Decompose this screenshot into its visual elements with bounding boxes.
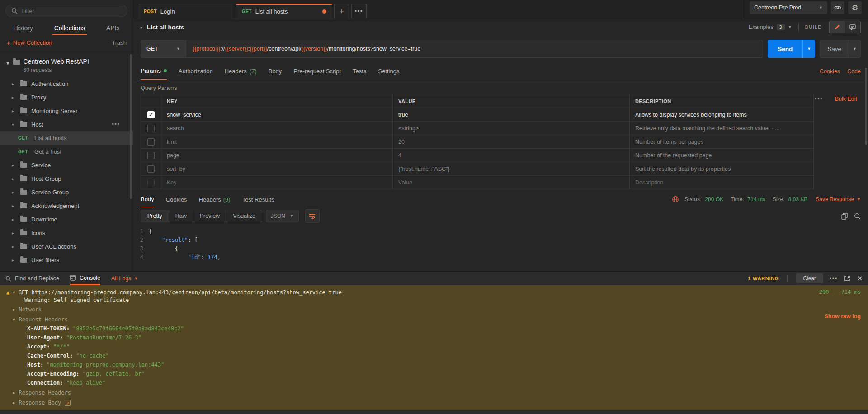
- param-desc[interactable]: Number of the requested page: [629, 149, 813, 162]
- param-key-placeholder[interactable]: Key: [161, 176, 392, 189]
- collection-root[interactable]: ▾ Centreon Web RestAPI 60 requests: [0, 54, 133, 77]
- save-response-button[interactable]: Save Response ▼: [816, 196, 861, 202]
- param-desc[interactable]: Allows to display services belonging to …: [629, 108, 813, 121]
- param-value[interactable]: <string>: [392, 122, 629, 135]
- settings-button[interactable]: ⚙: [848, 1, 862, 14]
- param-desc[interactable]: Sort the resulted data by its properties: [629, 162, 813, 175]
- param-value[interactable]: true: [392, 108, 629, 121]
- new-collection-button[interactable]: + New Collection: [6, 39, 52, 47]
- sidebar-item-downtime[interactable]: ▸Downtime: [0, 212, 133, 226]
- sidebar-scrollbar[interactable]: [130, 54, 132, 199]
- code-link[interactable]: Code: [847, 68, 861, 75]
- sidebar-item-host-group[interactable]: ▸Host Group: [0, 172, 133, 185]
- checkbox-unchecked[interactable]: [147, 152, 155, 159]
- param-desc[interactable]: Retrieve only data matching the defined …: [629, 122, 813, 135]
- sidebar-item-user-acl-actions[interactable]: ▸User ACL actions: [0, 240, 133, 253]
- param-key[interactable]: sort_by: [161, 162, 392, 175]
- environment-eye-button[interactable]: [831, 1, 844, 14]
- param-value-placeholder[interactable]: Value: [392, 176, 629, 189]
- sidebar-item-service-group[interactable]: ▸Service Group: [0, 185, 133, 199]
- copy-icon[interactable]: [841, 213, 848, 220]
- tab-params[interactable]: Params: [141, 62, 167, 80]
- tab-response-cookies[interactable]: Cookies: [166, 191, 187, 207]
- main-scrollbar[interactable]: [865, 68, 867, 145]
- more-options-icon[interactable]: •••: [112, 121, 120, 127]
- sidebar-item-authentication[interactable]: ▸Authentication: [0, 77, 133, 90]
- new-tab-button[interactable]: +: [334, 4, 349, 19]
- checkbox-unchecked[interactable]: [147, 138, 155, 146]
- checkbox-unchecked[interactable]: [147, 125, 155, 132]
- tab-test-results[interactable]: Test Results: [242, 191, 274, 207]
- tab-response-headers[interactable]: Headers(9): [199, 191, 231, 207]
- checkbox-unchecked[interactable]: [147, 165, 155, 173]
- param-key[interactable]: search: [161, 122, 392, 135]
- param-desc[interactable]: Number of items per pages: [629, 135, 813, 148]
- tab-pre-request-script[interactable]: Pre-request Script: [293, 62, 341, 80]
- response-body-code[interactable]: 1 { 2 "result": [ 3 { 4 "id": 174,: [133, 225, 868, 271]
- bulk-edit-link[interactable]: Bulk Edit: [835, 96, 857, 102]
- sidebar-request-list-all-hosts[interactable]: GETList all hosts: [0, 131, 133, 145]
- console-response-body-toggle[interactable]: ▶Response Body↗: [6, 398, 862, 407]
- param-value[interactable]: 4: [392, 149, 629, 162]
- view-visualize[interactable]: Visualize: [226, 210, 262, 222]
- param-value[interactable]: 20: [392, 135, 629, 148]
- clear-button[interactable]: Clear: [796, 273, 823, 283]
- console-horizontal-scrollbar[interactable]: [0, 410, 868, 414]
- console-request-line[interactable]: ▲ ▼ GET https://monitoring-preprod.compa…: [6, 289, 862, 296]
- method-selector[interactable]: GET ▼: [141, 40, 186, 57]
- more-options-icon[interactable]: •••: [815, 96, 823, 102]
- wrap-lines-button[interactable]: [305, 209, 320, 223]
- console-request-headers-toggle[interactable]: ▼Request Headers: [6, 315, 862, 324]
- param-value[interactable]: {"host.name":"ASC"}: [392, 162, 629, 175]
- environment-selector[interactable]: Centreon Pre Prod ▼: [750, 1, 827, 14]
- send-dropdown[interactable]: ▼: [802, 40, 815, 58]
- checkbox-checked[interactable]: ✓: [147, 111, 155, 118]
- external-link-icon[interactable]: ↗: [65, 400, 71, 406]
- console-log[interactable]: ▲ ▼ GET https://monitoring-preprod.compa…: [0, 285, 868, 410]
- param-key[interactable]: limit: [161, 135, 392, 148]
- tab-login[interactable]: POST Login: [138, 4, 234, 19]
- param-key[interactable]: page: [161, 149, 392, 162]
- console-tab[interactable]: Console: [70, 272, 100, 285]
- sidebar-item-host[interactable]: ▾Host•••: [0, 118, 133, 131]
- search-response-icon[interactable]: [854, 213, 861, 220]
- sidebar-request-get-a-host[interactable]: GETGet a host: [0, 145, 133, 158]
- network-globe-icon[interactable]: [672, 196, 679, 203]
- show-raw-log-link[interactable]: Show raw log: [824, 313, 861, 320]
- tab-options-button[interactable]: •••: [351, 4, 367, 19]
- tab-tests[interactable]: Tests: [353, 62, 366, 80]
- sidebar-item-service[interactable]: ▸Service: [0, 158, 133, 172]
- trash-button[interactable]: Trash: [112, 39, 127, 46]
- sidebar-item-user-filters[interactable]: ▸User filters: [0, 253, 133, 267]
- more-options-icon[interactable]: •••: [830, 275, 838, 282]
- console-response-headers-toggle[interactable]: ▶Response Headers: [6, 388, 862, 397]
- all-logs-dropdown[interactable]: All Logs ▼: [111, 275, 138, 282]
- param-desc-placeholder[interactable]: Description: [629, 176, 813, 189]
- filter-input[interactable]: [21, 8, 122, 14]
- view-preview[interactable]: Preview: [193, 210, 226, 222]
- tab-list-all-hosts[interactable]: GET List all hosts: [236, 4, 332, 19]
- checkbox-unchecked[interactable]: [147, 179, 155, 186]
- tab-settings[interactable]: Settings: [378, 62, 399, 80]
- cookies-link[interactable]: Cookies: [820, 68, 840, 75]
- view-raw[interactable]: Raw: [169, 210, 193, 222]
- sidebar-item-acknowledgement[interactable]: ▸Acknowledgement: [0, 199, 133, 212]
- tab-response-body[interactable]: Body: [141, 191, 154, 207]
- examples-dropdown[interactable]: Examples 3 ▼: [749, 24, 792, 30]
- close-icon[interactable]: ✕: [857, 274, 863, 282]
- save-dropdown[interactable]: ▼: [849, 40, 860, 57]
- edit-mode-button[interactable]: [830, 21, 845, 33]
- tab-headers[interactable]: Headers(7): [225, 62, 257, 80]
- sidebar-item-icons[interactable]: ▸Icons: [0, 226, 133, 240]
- param-key[interactable]: show_service: [161, 108, 392, 121]
- filter-box[interactable]: [5, 5, 127, 17]
- comment-button[interactable]: [845, 21, 860, 33]
- tab-body[interactable]: Body: [269, 62, 282, 80]
- tab-history[interactable]: History: [11, 22, 35, 35]
- tab-apis[interactable]: APIs: [104, 22, 122, 35]
- tab-collections[interactable]: Collections: [52, 22, 87, 35]
- sidebar-item-monitoring-server[interactable]: ▸Monitoring Server: [0, 104, 133, 118]
- format-selector[interactable]: JSON ▼: [266, 210, 299, 222]
- sidebar-item-proxy[interactable]: ▸Proxy: [0, 90, 133, 104]
- view-pretty[interactable]: Pretty: [141, 210, 169, 222]
